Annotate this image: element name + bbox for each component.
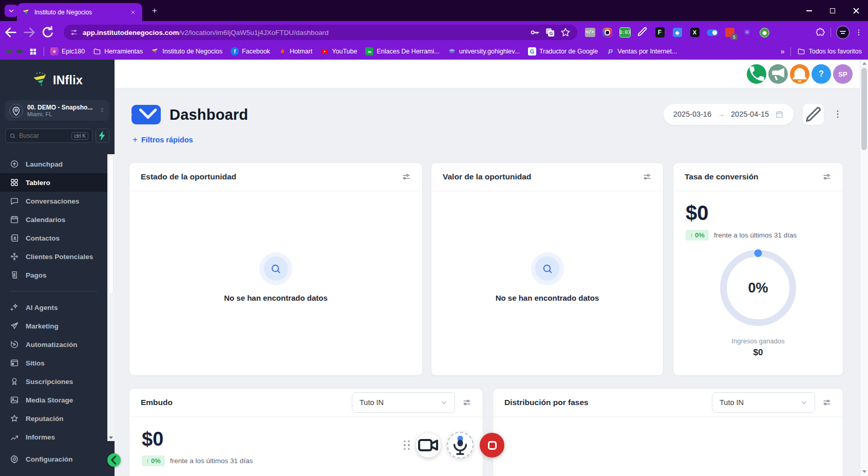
site-info-icon[interactable] bbox=[70, 28, 78, 36]
browser-profile-avatar[interactable] bbox=[836, 26, 850, 39]
card-settings-icon[interactable] bbox=[462, 398, 471, 407]
extension-button[interactable]: 5 bbox=[723, 26, 736, 39]
card-valor-oportunidad: Valor de la oportunidad No se han encont… bbox=[431, 162, 664, 376]
extension-button[interactable] bbox=[706, 26, 719, 39]
sidebar-menu-item[interactable]: Media Storage bbox=[0, 391, 107, 409]
sidebar-menu-item[interactable]: Marketing bbox=[0, 317, 107, 335]
user-avatar[interactable]: SP bbox=[833, 64, 853, 84]
location-selector[interactable]: 00. DEMO - Snapsho... Miami, FL bbox=[5, 100, 109, 121]
extensions-puzzle-icon[interactable] bbox=[815, 27, 825, 38]
sidebar-menu-item[interactable]: Sitios bbox=[0, 354, 107, 372]
quick-actions-button[interactable] bbox=[96, 129, 109, 143]
card-estado-oportunidad: Estado de la oportunidad No se han encon… bbox=[129, 162, 423, 376]
sidebar-collapse-button[interactable] bbox=[107, 453, 121, 467]
bookmark-item[interactable]: f Facebook bbox=[231, 47, 270, 56]
sidebar-search[interactable]: ctrl K bbox=[5, 129, 92, 143]
sidebar-scrollbar-thumb[interactable] bbox=[108, 155, 114, 294]
quick-filters-link[interactable]: + Filtros rápidos bbox=[133, 135, 193, 145]
sidebar-menu-item[interactable]: AI Agents bbox=[0, 298, 107, 317]
camera-toggle-button[interactable] bbox=[416, 433, 441, 457]
new-tab-button[interactable]: + bbox=[148, 4, 161, 17]
sidebar-scrollbar[interactable] bbox=[107, 154, 115, 441]
browser-menu-icon[interactable] bbox=[855, 27, 863, 38]
letterx-icon: X bbox=[688, 26, 701, 39]
close-button[interactable] bbox=[844, 0, 868, 21]
card-settings-icon[interactable] bbox=[643, 172, 652, 181]
extension-button[interactable]: X bbox=[688, 26, 701, 39]
sidebar-menu-item[interactable]: Contactos bbox=[0, 229, 107, 247]
extension-button[interactable] bbox=[636, 26, 649, 39]
bookmark-item[interactable]: university.gohighlev... bbox=[448, 47, 520, 56]
microphone-button[interactable] bbox=[447, 432, 474, 459]
bookmark-item[interactable]: G Traductor de Google bbox=[528, 47, 598, 56]
announcements-megaphone-icon[interactable] bbox=[768, 64, 788, 84]
sidebar-item-configuracion[interactable]: Configuración bbox=[0, 450, 107, 468]
bookmark-item[interactable]: Instituto de Negocios bbox=[151, 47, 222, 56]
embudo-pipeline-select[interactable]: Tuto IN bbox=[352, 392, 455, 413]
all-favorites-folder[interactable]: Todos los favoritos bbox=[797, 47, 862, 56]
bookmark-item[interactable]: YouTube bbox=[320, 47, 357, 56]
browser-window: Instituto de Negocios + app.institutoden… bbox=[0, 0, 868, 476]
dashboard-switcher-button[interactable] bbox=[131, 105, 161, 124]
sidebar-menu-item[interactable]: Pagos bbox=[0, 266, 107, 284]
sidebar-menu-item[interactable]: Tablero bbox=[0, 173, 107, 192]
refresh-button[interactable] bbox=[40, 25, 55, 40]
sidebar-menu-item[interactable]: Informes bbox=[0, 428, 107, 446]
sidebar-menu-item[interactable]: Conversaciones bbox=[0, 192, 107, 210]
extension-button[interactable] bbox=[601, 26, 614, 39]
forward-button[interactable] bbox=[22, 25, 37, 40]
extension-button[interactable]: F bbox=[653, 26, 666, 39]
sidebar-menu-item[interactable]: Reputación bbox=[0, 409, 107, 428]
tab-close-icon[interactable] bbox=[129, 8, 137, 16]
address-bar[interactable]: app.institutodenegocios.com/v2/location/… bbox=[64, 25, 577, 40]
phone-icon[interactable] bbox=[747, 64, 766, 84]
browser-tab[interactable]: Instituto de Negocios bbox=[17, 3, 142, 21]
scroll-down-arrow[interactable] bbox=[862, 470, 866, 473]
bookmark-item[interactable]: Hotmart bbox=[278, 47, 312, 56]
card-settings-icon[interactable] bbox=[822, 398, 832, 407]
sidebar-menu-item[interactable]: Suscripciones bbox=[0, 372, 107, 391]
extension-button[interactable]: ◆ bbox=[671, 26, 684, 39]
maximize-button[interactable] bbox=[821, 0, 844, 21]
sidebar-menu-item[interactable]: Launchpad bbox=[0, 155, 107, 173]
tab-search-button[interactable] bbox=[5, 5, 18, 17]
more-options-icon[interactable] bbox=[833, 108, 843, 120]
extension-button[interactable]: ✳ bbox=[741, 26, 753, 39]
bookmark-badge[interactable] bbox=[16, 50, 23, 53]
translate-icon[interactable]: G bbox=[544, 27, 556, 38]
back-button[interactable] bbox=[3, 25, 18, 40]
stop-record-button[interactable] bbox=[480, 433, 504, 457]
password-key-icon[interactable] bbox=[529, 27, 540, 38]
bookmark-item[interactable]: Herramientas bbox=[93, 47, 143, 56]
minimize-button[interactable] bbox=[797, 0, 821, 21]
scrollbar-thumb[interactable] bbox=[861, 68, 867, 150]
help-button[interactable]: ? bbox=[812, 64, 831, 84]
extension-button[interactable]: </> bbox=[583, 26, 596, 39]
translate-favicon: G bbox=[528, 47, 536, 56]
apps-grid-icon[interactable] bbox=[29, 47, 37, 56]
sidebar-scroll-down-arrow[interactable] bbox=[109, 436, 113, 439]
sidebar-menu-item[interactable]: Automatización bbox=[0, 335, 107, 354]
fases-pipeline-select[interactable]: Tuto IN bbox=[712, 392, 815, 413]
search-input[interactable] bbox=[19, 132, 55, 139]
page-scrollbar[interactable] bbox=[860, 60, 868, 476]
bookmark-star-icon[interactable] bbox=[560, 27, 571, 38]
card-settings-icon[interactable] bbox=[402, 172, 411, 181]
edit-dashboard-button[interactable] bbox=[802, 103, 824, 125]
extension-button[interactable]: 0:03 bbox=[618, 26, 631, 39]
bookmarks-overflow-chevron[interactable]: » bbox=[781, 47, 785, 56]
bookmark-item[interactable]: ∞ Enlaces De Herrami... bbox=[365, 47, 439, 56]
date-range-picker[interactable]: 2025-03-16 → 2025-04-15 bbox=[663, 103, 794, 125]
notifications-bell-icon[interactable] bbox=[790, 64, 809, 84]
card-settings-icon[interactable] bbox=[822, 172, 832, 181]
extension-button[interactable]: ◉ bbox=[758, 26, 771, 39]
bookmark-item[interactable]: e Epic180 bbox=[50, 47, 85, 56]
drag-handle-icon[interactable] bbox=[404, 441, 410, 450]
sidebar-menu-item[interactable]: Clientes Potenciales bbox=[0, 247, 107, 266]
sidebar-menu-item[interactable]: Calendarios bbox=[0, 210, 107, 229]
scroll-up-arrow[interactable] bbox=[862, 62, 866, 65]
bookmark-item[interactable]: P Ventas por Internet... bbox=[606, 47, 677, 56]
main-area: ? SP Dashboard 2025-03-16 → 2025-04-15 bbox=[115, 60, 860, 476]
bookmark-badge[interactable] bbox=[6, 50, 12, 53]
compare-text: frente a los últimos 31 días bbox=[170, 457, 253, 465]
